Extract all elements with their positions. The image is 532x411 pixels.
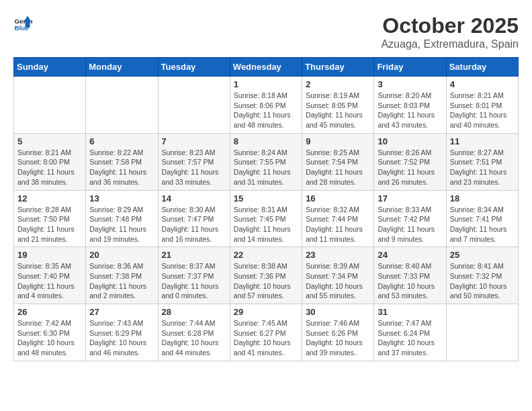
calendar-cell: 11Sunrise: 8:27 AMSunset: 7:51 PMDayligh… — [446, 133, 518, 190]
calendar-cell: 4Sunrise: 8:21 AMSunset: 8:01 PMDaylight… — [446, 77, 518, 134]
logo-icon: General Blue — [13, 13, 32, 32]
day-info: Sunrise: 8:18 AMSunset: 8:06 PMDaylight:… — [234, 91, 298, 130]
day-number: 17 — [378, 193, 442, 203]
calendar-cell: 30Sunrise: 7:46 AMSunset: 6:26 PMDayligh… — [302, 304, 374, 361]
calendar-cell: 23Sunrise: 8:39 AMSunset: 7:34 PMDayligh… — [302, 247, 374, 304]
day-info: Sunrise: 8:35 AMSunset: 7:40 PMDaylight:… — [17, 261, 82, 301]
calendar-cell: 8Sunrise: 8:24 AMSunset: 7:55 PMDaylight… — [230, 133, 302, 190]
day-number: 16 — [306, 193, 370, 203]
calendar-cell: 15Sunrise: 8:31 AMSunset: 7:45 PMDayligh… — [230, 190, 302, 247]
calendar-week-row: 5Sunrise: 8:21 AMSunset: 8:00 PMDaylight… — [14, 133, 519, 190]
day-info: Sunrise: 8:19 AMSunset: 8:05 PMDaylight:… — [306, 91, 370, 130]
day-number: 3 — [378, 79, 442, 89]
day-number: 30 — [306, 307, 370, 317]
day-info: Sunrise: 7:45 AMSunset: 6:27 PMDaylight:… — [234, 318, 298, 358]
day-info: Sunrise: 8:40 AMSunset: 7:33 PMDaylight:… — [378, 261, 442, 301]
calendar-cell: 5Sunrise: 8:21 AMSunset: 8:00 PMDaylight… — [14, 133, 86, 190]
day-info: Sunrise: 7:43 AMSunset: 6:29 PMDaylight:… — [89, 318, 154, 358]
calendar-cell: 24Sunrise: 8:40 AMSunset: 7:33 PMDayligh… — [374, 247, 446, 304]
calendar-cell: 7Sunrise: 8:23 AMSunset: 7:57 PMDaylight… — [158, 133, 230, 190]
day-info: Sunrise: 8:27 AMSunset: 7:51 PMDaylight:… — [450, 148, 515, 187]
day-info: Sunrise: 8:33 AMSunset: 7:42 PMDaylight:… — [378, 205, 442, 244]
calendar-table: SundayMondayTuesdayWednesdayThursdayFrid… — [13, 57, 519, 361]
day-number: 24 — [378, 250, 442, 260]
calendar-cell: 10Sunrise: 8:26 AMSunset: 7:52 PMDayligh… — [374, 133, 446, 190]
weekday-header-cell: Thursday — [302, 58, 374, 77]
day-info: Sunrise: 7:42 AMSunset: 6:30 PMDaylight:… — [17, 318, 82, 358]
weekday-header-cell: Monday — [86, 58, 158, 77]
day-number: 10 — [378, 136, 442, 146]
weekday-header-cell: Tuesday — [158, 58, 230, 77]
day-info: Sunrise: 8:38 AMSunset: 7:36 PMDaylight:… — [234, 261, 298, 301]
calendar-cell: 29Sunrise: 7:45 AMSunset: 6:27 PMDayligh… — [230, 304, 302, 361]
calendar-cell — [14, 77, 86, 134]
day-number: 14 — [162, 193, 226, 203]
month-title: October 2025 — [381, 13, 519, 38]
calendar-cell: 27Sunrise: 7:43 AMSunset: 6:29 PMDayligh… — [86, 304, 158, 361]
calendar-cell: 20Sunrise: 8:36 AMSunset: 7:38 PMDayligh… — [86, 247, 158, 304]
page-header: General Blue October 2025 Azuaga, Extrem… — [13, 13, 519, 50]
day-info: Sunrise: 8:22 AMSunset: 7:58 PMDaylight:… — [89, 148, 154, 187]
weekday-header-cell: Friday — [374, 58, 446, 77]
day-number: 2 — [306, 79, 370, 89]
calendar-cell: 19Sunrise: 8:35 AMSunset: 7:40 PMDayligh… — [14, 247, 86, 304]
calendar-cell: 31Sunrise: 7:47 AMSunset: 6:24 PMDayligh… — [374, 304, 446, 361]
calendar-cell — [158, 77, 230, 134]
day-info: Sunrise: 8:21 AMSunset: 8:00 PMDaylight:… — [17, 148, 82, 187]
calendar-cell: 3Sunrise: 8:20 AMSunset: 8:03 PMDaylight… — [374, 77, 446, 134]
day-number: 6 — [89, 136, 154, 146]
day-info: Sunrise: 8:25 AMSunset: 7:54 PMDaylight:… — [306, 148, 370, 187]
day-number: 27 — [89, 307, 154, 317]
day-number: 21 — [162, 250, 226, 260]
day-number: 13 — [89, 193, 154, 203]
day-number: 26 — [17, 307, 82, 317]
day-number: 7 — [162, 136, 226, 146]
location-title: Azuaga, Extremadura, Spain — [381, 38, 519, 50]
day-number: 20 — [89, 250, 154, 260]
calendar-cell: 17Sunrise: 8:33 AMSunset: 7:42 PMDayligh… — [374, 190, 446, 247]
day-info: Sunrise: 7:46 AMSunset: 6:26 PMDaylight:… — [306, 318, 370, 358]
day-info: Sunrise: 8:37 AMSunset: 7:37 PMDaylight:… — [162, 261, 226, 301]
calendar-cell: 18Sunrise: 8:34 AMSunset: 7:41 PMDayligh… — [446, 190, 518, 247]
day-number: 5 — [17, 136, 82, 146]
day-info: Sunrise: 8:24 AMSunset: 7:55 PMDaylight:… — [234, 148, 298, 187]
calendar-cell: 13Sunrise: 8:29 AMSunset: 7:48 PMDayligh… — [86, 190, 158, 247]
day-number: 25 — [450, 250, 515, 260]
day-number: 19 — [17, 250, 82, 260]
calendar-week-row: 26Sunrise: 7:42 AMSunset: 6:30 PMDayligh… — [14, 304, 519, 361]
day-number: 23 — [306, 250, 370, 260]
day-number: 28 — [162, 307, 226, 317]
calendar-body: 1Sunrise: 8:18 AMSunset: 8:06 PMDaylight… — [14, 77, 519, 361]
day-info: Sunrise: 7:47 AMSunset: 6:24 PMDaylight:… — [378, 318, 442, 358]
calendar-cell: 28Sunrise: 7:44 AMSunset: 6:28 PMDayligh… — [158, 304, 230, 361]
day-info: Sunrise: 8:41 AMSunset: 7:32 PMDaylight:… — [450, 261, 515, 301]
day-info: Sunrise: 8:31 AMSunset: 7:45 PMDaylight:… — [234, 205, 298, 244]
day-number: 9 — [306, 136, 370, 146]
calendar-cell: 2Sunrise: 8:19 AMSunset: 8:05 PMDaylight… — [302, 77, 374, 134]
calendar-cell: 1Sunrise: 8:18 AMSunset: 8:06 PMDaylight… — [230, 77, 302, 134]
calendar-cell: 26Sunrise: 7:42 AMSunset: 6:30 PMDayligh… — [14, 304, 86, 361]
weekday-header-cell: Wednesday — [230, 58, 302, 77]
day-number: 29 — [234, 307, 298, 317]
day-info: Sunrise: 8:21 AMSunset: 8:01 PMDaylight:… — [450, 91, 515, 130]
day-number: 22 — [234, 250, 298, 260]
calendar-cell — [86, 77, 158, 134]
day-number: 31 — [378, 307, 442, 317]
day-number: 8 — [234, 136, 298, 146]
logo: General Blue — [13, 13, 32, 32]
calendar-week-row: 12Sunrise: 8:28 AMSunset: 7:50 PMDayligh… — [14, 190, 519, 247]
calendar-cell — [446, 304, 518, 361]
day-info: Sunrise: 8:26 AMSunset: 7:52 PMDaylight:… — [378, 148, 442, 187]
calendar-cell: 6Sunrise: 8:22 AMSunset: 7:58 PMDaylight… — [86, 133, 158, 190]
calendar-week-row: 1Sunrise: 8:18 AMSunset: 8:06 PMDaylight… — [14, 77, 519, 134]
day-info: Sunrise: 8:36 AMSunset: 7:38 PMDaylight:… — [89, 261, 154, 301]
weekday-header-cell: Saturday — [446, 58, 518, 77]
day-info: Sunrise: 8:34 AMSunset: 7:41 PMDaylight:… — [450, 205, 515, 244]
weekday-header-cell: Sunday — [14, 58, 86, 77]
day-info: Sunrise: 8:28 AMSunset: 7:50 PMDaylight:… — [17, 205, 82, 244]
day-number: 1 — [234, 79, 298, 89]
weekday-header-row: SundayMondayTuesdayWednesdayThursdayFrid… — [14, 58, 519, 77]
calendar-week-row: 19Sunrise: 8:35 AMSunset: 7:40 PMDayligh… — [14, 247, 519, 304]
calendar-cell: 22Sunrise: 8:38 AMSunset: 7:36 PMDayligh… — [230, 247, 302, 304]
day-info: Sunrise: 8:39 AMSunset: 7:34 PMDaylight:… — [306, 261, 370, 301]
